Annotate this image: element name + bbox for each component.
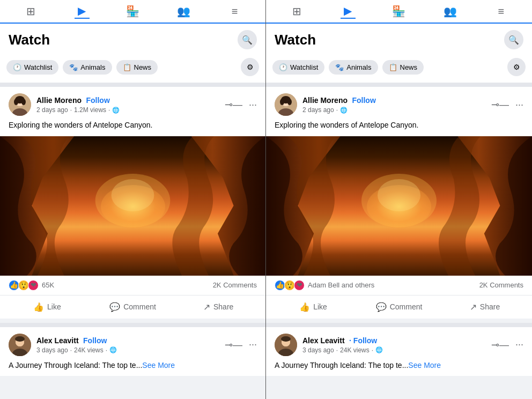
menu-icon-right[interactable]: ≡ bbox=[493, 4, 508, 19]
share-icon-left: ↗ bbox=[203, 302, 210, 312]
like-button-right-1[interactable]: 👍 Like bbox=[270, 298, 356, 316]
menu-icon[interactable]: ≡ bbox=[227, 4, 242, 19]
share-button-right-1[interactable]: ↗ Share bbox=[442, 298, 528, 316]
reaction-right-group: 👍 😲 ❤ Adam Bell and others bbox=[275, 280, 374, 291]
share-button-left-1[interactable]: ↗ Share bbox=[175, 298, 261, 316]
follow-alex-right[interactable]: · Follow bbox=[349, 336, 377, 345]
comments-count-right-1[interactable]: 2K Comments bbox=[479, 281, 523, 289]
wow-bubble-left: 😲 bbox=[18, 280, 29, 291]
save-icon-right-1[interactable]: ⊸— bbox=[491, 99, 509, 110]
news-chip-right[interactable]: 📋 News bbox=[382, 60, 424, 75]
see-more-right-2[interactable]: See More bbox=[408, 361, 441, 370]
svg-point-20 bbox=[287, 99, 292, 105]
more-icon-left-2[interactable]: ··· bbox=[249, 339, 257, 350]
follow-alex-left[interactable]: Follow bbox=[83, 336, 107, 345]
divider-right-1 bbox=[266, 83, 532, 87]
watch-title-left: Watch bbox=[9, 32, 50, 48]
svg-point-22 bbox=[378, 179, 420, 211]
animals-chip-left[interactable]: 🐾 Animals bbox=[63, 60, 112, 75]
post-actions-right-right-2: ⊸— ··· bbox=[491, 339, 523, 351]
post-actions-right-left-1: ⊸— ··· bbox=[225, 99, 257, 110]
more-icon-right-1[interactable]: ··· bbox=[515, 99, 523, 110]
filter-bar-right: 🕐 Watchlist 🐾 Animals 📋 News ⚙ bbox=[266, 54, 532, 83]
right-panel: ⊞ ▶ 🏪 👥 ≡ Watch 🔍 🕐 Watchlist 🐾 Animals … bbox=[266, 0, 532, 399]
like-button-left-1[interactable]: 👍 Like bbox=[4, 298, 90, 316]
watch-nav-icon-right[interactable]: ▶ bbox=[341, 4, 356, 19]
divider-right-2 bbox=[266, 323, 532, 327]
post-card-left-2: Alex Leavitt Follow 3 days ago · 24K vie… bbox=[0, 327, 265, 376]
heart-bubble-left: ❤ bbox=[28, 280, 39, 291]
comments-count-left-1[interactable]: 2K Comments bbox=[213, 281, 257, 289]
divider-left-1 bbox=[0, 83, 265, 87]
poster-name-allie-right: Allie Moreno Follow bbox=[302, 95, 487, 105]
svg-point-13 bbox=[15, 336, 25, 342]
watch-header-right: Watch 🔍 bbox=[266, 24, 532, 54]
follow-allie-left[interactable]: Follow bbox=[86, 96, 109, 105]
watch-header-left: Watch 🔍 bbox=[0, 24, 265, 54]
home-icon[interactable]: ⊞ bbox=[24, 4, 39, 19]
avatar-allie-right bbox=[275, 93, 297, 116]
watch-nav-icon[interactable]: ▶ bbox=[75, 4, 90, 19]
post-meta-alex-right: Alex Leavitt · Follow 3 days ago · 24K v… bbox=[302, 336, 487, 354]
globe-icon-right-1: 🌐 bbox=[340, 107, 348, 114]
search-button-right[interactable]: 🔍 bbox=[504, 30, 523, 49]
see-more-left-2[interactable]: See More bbox=[142, 361, 175, 370]
post-card-right-1: Allie Moreno Follow 2 days ago · 🌐 ⊸— ··… bbox=[266, 87, 532, 319]
top-nav-left: ⊞ ▶ 🏪 👥 ≡ bbox=[0, 0, 265, 24]
filter-bar-left: 🕐 Watchlist 🐾 Animals 📋 News ⚙ bbox=[0, 54, 265, 83]
comment-button-right-1[interactable]: 💬 Comment bbox=[356, 298, 442, 316]
news-chip-left[interactable]: 📋 News bbox=[116, 60, 158, 75]
post-card-right-2: Alex Leavitt · Follow 3 days ago · 24K v… bbox=[266, 327, 532, 376]
settings-chip-left[interactable]: ⚙ bbox=[241, 58, 259, 76]
globe-icon-left-2: 🌐 bbox=[109, 346, 117, 353]
canyon-image-left[interactable] bbox=[0, 136, 265, 276]
like-icon-right: 👍 bbox=[299, 302, 310, 312]
search-button-left[interactable]: 🔍 bbox=[238, 30, 257, 49]
news-icon-left: 📋 bbox=[123, 63, 131, 71]
post-actions-right-left-2: ⊸— ··· bbox=[225, 339, 257, 351]
post-time-alex-right: 3 days ago · 24K views · 🌐 bbox=[302, 346, 487, 354]
more-icon-left-1[interactable]: ··· bbox=[249, 99, 257, 110]
svg-point-5 bbox=[14, 99, 18, 105]
reaction-left-group: 👍 😲 ❤ 65K bbox=[9, 280, 54, 291]
follow-allie-right[interactable]: Follow bbox=[352, 96, 375, 105]
canyon-image-right[interactable] bbox=[266, 136, 532, 276]
reaction-count-left: 65K bbox=[42, 281, 54, 289]
news-icon-right: 📋 bbox=[389, 63, 397, 71]
like-icon-left: 👍 bbox=[33, 302, 44, 312]
watchlist-chip-left[interactable]: 🕐 Watchlist bbox=[6, 60, 58, 75]
groups-icon[interactable]: 👥 bbox=[176, 4, 191, 19]
avatar-allie-img-right bbox=[275, 93, 297, 116]
animals-chip-right[interactable]: 🐾 Animals bbox=[329, 60, 378, 75]
home-icon-right[interactable]: ⊞ bbox=[290, 4, 305, 19]
comment-icon-left: 💬 bbox=[109, 302, 120, 312]
marketplace-icon[interactable]: 🏪 bbox=[125, 4, 141, 19]
globe-icon-right-2: 🌐 bbox=[375, 346, 383, 353]
watchlist-icon-right: 🕐 bbox=[279, 63, 287, 71]
action-bar-left-1: 👍 Like 💬 Comment ↗ Share bbox=[0, 295, 265, 319]
canyon-bg-right bbox=[266, 136, 532, 276]
comment-icon-right: 💬 bbox=[376, 302, 387, 312]
svg-point-6 bbox=[21, 99, 26, 105]
marketplace-icon-right[interactable]: 🏪 bbox=[391, 4, 407, 19]
poster-name-alex-right: Alex Leavitt · Follow bbox=[302, 336, 487, 345]
animals-icon-right: 🐾 bbox=[335, 63, 344, 71]
comment-button-left-1[interactable]: 💬 Comment bbox=[90, 298, 176, 316]
wow-bubble-right: 😲 bbox=[284, 280, 295, 291]
left-panel: ⊞ ▶ 🏪 👥 ≡ Watch 🔍 🕐 Watchlist 🐾 Animals … bbox=[0, 0, 266, 399]
post-time-alex-left: 3 days ago · 24K views · 🌐 bbox=[36, 346, 220, 354]
groups-icon-right[interactable]: 👥 bbox=[442, 4, 457, 19]
avatar-alex-img-right bbox=[275, 334, 297, 356]
save-icon-left-1[interactable]: ⊸— bbox=[225, 99, 242, 110]
save-icon-right-2[interactable]: ⊸— bbox=[491, 339, 509, 351]
avatar-alex-left bbox=[9, 334, 31, 356]
post-meta-allie-right: Allie Moreno Follow 2 days ago · 🌐 bbox=[302, 95, 487, 114]
settings-chip-right[interactable]: ⚙ bbox=[507, 58, 526, 76]
watchlist-chip-right[interactable]: 🕐 Watchlist bbox=[272, 60, 324, 75]
divider-left-2 bbox=[0, 323, 265, 327]
post-time-allie-right: 2 days ago · 🌐 bbox=[302, 106, 487, 114]
more-icon-right-2[interactable]: ··· bbox=[515, 339, 523, 350]
post-header-left-2: Alex Leavitt Follow 3 days ago · 24K vie… bbox=[0, 327, 265, 360]
save-icon-left-2[interactable]: ⊸— bbox=[225, 339, 242, 351]
post-meta-allie-left: Allie Moreno Follow 2 days ago · 1.2M vi… bbox=[36, 95, 220, 114]
